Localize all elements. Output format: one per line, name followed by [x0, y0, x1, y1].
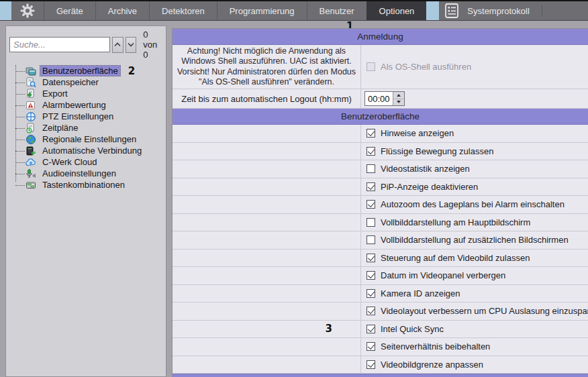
system-tab-label: Systemprotokoll [467, 6, 529, 16]
sidebar-search-row: 0 von 0 [6, 26, 166, 62]
spinner-down-button[interactable] [393, 99, 404, 106]
section-title: Anmeldung [357, 32, 403, 42]
globe-icon [26, 134, 36, 145]
callout-3: 3 [326, 323, 332, 335]
section-header-benutzeroberflaeche: Benutzeroberfläche [173, 109, 588, 125]
option-row-right-cell: Vollbilddarstellung auf zusätzlichen Bil… [361, 231, 588, 249]
tree-item-label: Alarmbewertung [40, 100, 108, 110]
sidebar-item-ptz-einstellungen[interactable]: PTZ Einstellungen [6, 111, 166, 122]
tab-detektoren[interactable]: Detektoren [149, 1, 217, 20]
log-icon [443, 2, 460, 19]
option-row-left-cell [173, 285, 361, 303]
option-row-right-cell: Flüssige Bewegung zulassen [361, 143, 588, 160]
checkbox-label: Videobildgrenze anpassen [381, 360, 483, 370]
logout-row: Zeit bis zum automatischen Logout (hh:mm… [173, 89, 588, 109]
sidebar-item-automatische-verbindung[interactable]: Automatische Verbindung [6, 145, 166, 156]
sidebar-item-audioeinstellungen[interactable]: Audioeinstellungen [6, 168, 166, 179]
os-shell-label: Als OS-Shell ausführen [381, 62, 471, 72]
chevron-down-icon [128, 42, 134, 47]
os-shell-value-cell: Als OS-Shell ausführen [361, 45, 588, 89]
checkbox-videostatistik-anzeigen[interactable] [366, 164, 375, 173]
option-row-vollbilddarstellung-am-hauptbildschirm: Vollbilddarstellung am Hauptbildschirm [173, 214, 588, 232]
checkbox-intel-quick-sync[interactable] [366, 325, 375, 333]
option-row-right-cell: Seitenverhältnis beibehalten [361, 338, 588, 356]
spinner-buttons [393, 92, 404, 105]
tree-item-label: Datenspeicher [40, 77, 101, 87]
tree-item-label: Benutzeroberfläche [40, 66, 120, 76]
spinner-up-button[interactable] [393, 92, 404, 99]
search-prev-button[interactable] [112, 37, 124, 53]
logout-time-spinner: 00:00 [364, 91, 405, 106]
checkbox-flussige-bewegung-zulassen[interactable] [366, 147, 375, 156]
export-icon [26, 89, 36, 99]
ptz-icon [26, 111, 36, 122]
checkbox-label: Videolayout verbessern um CPU Auslasung … [381, 306, 588, 316]
sidebar-item-c-werk-cloud[interactable]: C-Werk Cloud [6, 156, 166, 168]
tab-benutzer[interactable]: Benutzer [307, 1, 366, 20]
option-row-left-cell [173, 160, 361, 178]
tab-systemprotokoll[interactable]: Systemprotokoll [439, 1, 541, 20]
option-row-datum-im-videopanel-verbergen: Datum im Videopanel verbergen [173, 267, 588, 285]
tab-optionen[interactable]: Optionen [366, 1, 427, 20]
gear-icon [19, 3, 36, 19]
checkbox-label: Seitenverhältnis beibehalten [381, 341, 490, 352]
alarm-icon [26, 100, 36, 111]
sidebar-item-tastenkombinationen[interactable]: Tastenkombinationen [6, 179, 166, 191]
option-row-right-cell: Kamera ID anzeigen [361, 285, 588, 303]
checkbox-vollbilddarstellung-auf-zusatzlichen-bildschirmen[interactable] [366, 235, 375, 244]
checkbox-label: Datum im Videopanel verbergen [381, 270, 505, 280]
checkbox-hinweise-anzeigen[interactable] [366, 129, 375, 138]
sidebar-item-datenspeicher[interactable]: Datenspeicher [6, 76, 166, 88]
tab-archive[interactable]: Archive [95, 1, 149, 20]
sidebar-item-export[interactable]: Export [6, 88, 166, 99]
triangle-up-icon [397, 94, 401, 97]
ui-options-list: Hinweise anzeigenFlüssige Bewegung zulas… [173, 125, 588, 374]
checkbox-autozoom-des-lageplans-bei-alarm-einschalten[interactable] [366, 200, 375, 209]
tree-item-label: Zeitpläne [40, 123, 80, 133]
option-row-seitenverhaltnis-beibehalten: Seitenverhältnis beibehalten [173, 338, 588, 356]
logout-label-cell: Zeit bis zum automatischen Logout (hh:mm… [173, 89, 361, 108]
tab-label: Benutzer [320, 6, 354, 16]
logout-time-value[interactable]: 00:00 [365, 92, 393, 105]
option-row-right-cell: Intel Quick Sync [361, 321, 588, 338]
sidebar-item-benutzeroberflache[interactable]: Benutzeroberfläche2 [6, 65, 166, 76]
option-row-intel-quick-sync: 3Intel Quick Sync [173, 321, 588, 339]
checkbox-kamera-id-anzeigen[interactable] [366, 289, 375, 298]
os-shell-checkbox[interactable] [366, 62, 375, 71]
callout-2: 2 [128, 65, 135, 77]
tab-gerate[interactable]: Geräte [44, 1, 95, 20]
search-next-button[interactable] [126, 37, 137, 53]
option-row-right-cell: Vollbilddarstellung am Hauptbildschirm [361, 214, 588, 231]
checkbox-videobildgrenze-anpassen[interactable] [366, 360, 375, 369]
checkbox-label: Steuerung auf dem Videobild zulassen [381, 253, 530, 263]
option-row-left-cell: 3 [173, 321, 361, 338]
checkbox-vollbilddarstellung-am-hauptbildschirm[interactable] [366, 218, 375, 227]
checkbox-pip-anzeige-deaktivieren[interactable] [366, 182, 375, 191]
checkbox-steuerung-auf-dem-videobild-zulassen[interactable] [366, 254, 375, 262]
section-title: Benutzeroberfläche [341, 111, 420, 121]
search-input[interactable] [9, 37, 110, 52]
checkbox-datum-im-videopanel-verbergen[interactable] [366, 271, 375, 280]
tab-label: Geräte [56, 6, 83, 16]
toolbar: GeräteArchiveDetektorenProgrammierungBen… [0, 0, 588, 21]
checkbox-seitenverhaltnis-beibehalten[interactable] [366, 342, 375, 351]
sidebar-item-regionale-einstellungen[interactable]: Regionale Einstellungen [6, 133, 166, 145]
sidebar-item-zeitplane[interactable]: Zeitpläne [6, 122, 166, 133]
sidebar-item-alarmbewertung[interactable]: Alarmbewertung [6, 99, 166, 111]
option-row-videobildgrenze-anpassen: Videobildgrenze anpassen [173, 356, 588, 374]
option-row-left-cell [173, 250, 361, 267]
auto-connect-icon [26, 146, 36, 156]
checkbox-label: Vollbilddarstellung auf zusätzlichen Bil… [381, 235, 569, 245]
settings-gear-button[interactable] [11, 1, 44, 20]
tree-item-label: Audioeinstellungen [40, 168, 118, 178]
triangle-down-icon [397, 101, 401, 103]
checkbox-videolayout-verbessern-um-cpu-auslasung-einzusparen[interactable] [366, 307, 375, 315]
os-shell-warning-cell: Achtung! Nicht möglich die Anwendung als… [173, 45, 361, 89]
logout-label: Zeit bis zum automatischen Logout (hh:mm… [180, 94, 353, 104]
tab-label: Optionen [379, 6, 415, 16]
tab-programmierung[interactable]: Programmierung [217, 1, 307, 20]
option-row-left-cell [173, 196, 361, 213]
option-row-right-cell: Autozoom des Lageplans bei Alarm einscha… [361, 196, 588, 213]
option-row-pip-anzeige-deaktivieren: PiP-Anzeige deaktivieren [173, 178, 588, 197]
section-header-anmeldung: Anmeldung [173, 29, 588, 45]
